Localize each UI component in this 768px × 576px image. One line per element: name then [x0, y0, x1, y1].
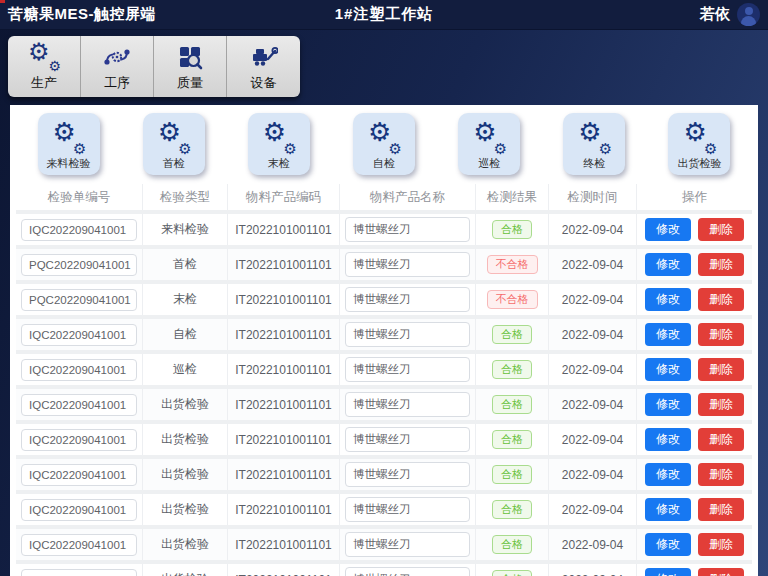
material-name-field[interactable]: 博世螺丝刀: [345, 392, 470, 417]
toolbar-button-quality[interactable]: 质量: [154, 36, 227, 97]
edit-button[interactable]: 修改: [645, 288, 691, 311]
material-name-field[interactable]: 博世螺丝刀: [345, 462, 470, 487]
material-code-cell: IT2022101001101: [228, 564, 340, 576]
edit-button[interactable]: 修改: [645, 358, 691, 381]
delete-button[interactable]: 删除: [698, 568, 744, 576]
actions-cell: 修改 删除: [637, 494, 752, 525]
inspection-type-cell: 出货检验: [143, 529, 228, 560]
actions-cell: 修改 删除: [637, 564, 752, 576]
inspection-type-cell: 出货检验: [143, 564, 228, 576]
delete-button[interactable]: 删除: [698, 253, 744, 276]
material-code-cell: IT2022101001101: [228, 389, 340, 420]
delete-button[interactable]: 删除: [698, 288, 744, 311]
material-name-field[interactable]: 博世螺丝刀: [345, 252, 470, 277]
material-name-field[interactable]: 博世螺丝刀: [345, 427, 470, 452]
order-no-field[interactable]: IQC202209041001: [21, 429, 137, 451]
delete-button[interactable]: 删除: [698, 358, 744, 381]
material-name-field[interactable]: 博世螺丝刀: [345, 287, 470, 312]
inspection-button-label: 首检: [163, 156, 185, 171]
toolbar-button-label: 工序: [104, 74, 130, 92]
inspection-button-final[interactable]: ⚙⚙ 终检: [563, 113, 625, 175]
column-header: 检测结果: [476, 184, 549, 210]
order-no-field[interactable]: IQC202209041001: [21, 569, 137, 576]
user-menu[interactable]: 若依: [700, 3, 760, 26]
toolbar-button-process[interactable]: 工序: [81, 36, 154, 97]
delete-button[interactable]: 删除: [698, 218, 744, 241]
username: 若依: [700, 5, 730, 24]
order-no-cell: IQC202209041001: [16, 494, 143, 525]
material-name-cell: 博世螺丝刀: [340, 424, 476, 455]
inspection-button-label: 巡检: [478, 156, 500, 171]
delete-button[interactable]: 删除: [698, 393, 744, 416]
material-name-cell: 博世螺丝刀: [340, 319, 476, 350]
inspection-button-label: 末检: [268, 156, 290, 171]
order-no-field[interactable]: IQC202209041001: [21, 324, 137, 346]
material-name-field[interactable]: 博世螺丝刀: [345, 322, 470, 347]
actions-cell: 修改 删除: [637, 424, 752, 455]
order-no-field[interactable]: IQC202209041001: [21, 464, 137, 486]
inspection-date-cell: 2022-09-04: [549, 459, 637, 490]
edit-button[interactable]: 修改: [645, 323, 691, 346]
toolbar-button-production[interactable]: ⚙⚙ 生产: [8, 36, 81, 97]
inspection-button-shipment[interactable]: ⚙⚙ 出货检验: [668, 113, 730, 175]
delete-button[interactable]: 删除: [698, 533, 744, 556]
edit-button[interactable]: 修改: [645, 428, 691, 451]
inspection-date-cell: 2022-09-04: [549, 564, 637, 576]
edit-button[interactable]: 修改: [645, 218, 691, 241]
actions-cell: 修改 删除: [637, 214, 752, 245]
material-name-field[interactable]: 博世螺丝刀: [345, 217, 470, 242]
material-name-cell: 博世螺丝刀: [340, 564, 476, 576]
gears-icon: ⚙⚙: [27, 42, 61, 72]
order-no-field[interactable]: PQC202209041001: [21, 289, 137, 311]
order-no-field[interactable]: IQC202209041001: [21, 499, 137, 521]
inspection-button-patrol[interactable]: ⚙⚙ 巡检: [458, 113, 520, 175]
edit-button[interactable]: 修改: [645, 568, 691, 576]
inspection-button-last[interactable]: ⚙⚙ 末检: [248, 113, 310, 175]
edit-button[interactable]: 修改: [645, 253, 691, 276]
delete-button[interactable]: 删除: [698, 428, 744, 451]
result-cell: 合格: [476, 214, 549, 245]
inspection-button-incoming[interactable]: ⚙⚙ 来料检验: [38, 113, 100, 175]
delete-button[interactable]: 删除: [698, 463, 744, 486]
delete-button[interactable]: 删除: [698, 323, 744, 346]
material-name-field[interactable]: 博世螺丝刀: [345, 357, 470, 382]
order-no-field[interactable]: IQC202209041001: [21, 359, 137, 381]
toolbar-button-equipment[interactable]: 设备: [227, 36, 300, 97]
gears-icon: ⚙⚙: [51, 120, 87, 156]
material-name-field[interactable]: 博世螺丝刀: [345, 497, 470, 522]
gears-icon: ⚙⚙: [576, 120, 612, 156]
material-name-cell: 博世螺丝刀: [340, 214, 476, 245]
inspection-date-cell: 2022-09-04: [549, 249, 637, 280]
inspection-type-cell: 出货检验: [143, 424, 228, 455]
material-name-cell: 博世螺丝刀: [340, 459, 476, 490]
order-no-field[interactable]: IQC202209041001: [21, 534, 137, 556]
column-header: 检验单编号: [16, 184, 143, 210]
actions-cell: 修改 删除: [637, 354, 752, 385]
avatar[interactable]: [737, 3, 760, 26]
avatar-head-icon: [745, 7, 753, 15]
inspection-type-cell: 首检: [143, 249, 228, 280]
material-name-field[interactable]: 博世螺丝刀: [345, 567, 470, 576]
material-name-cell: 博世螺丝刀: [340, 249, 476, 280]
app-title: 苦糖果MES-触控屏端: [8, 5, 156, 24]
order-no-field[interactable]: IQC202209041001: [21, 394, 137, 416]
table-row: PQC202209041001 首检 IT2022101001101 博世螺丝刀…: [16, 249, 752, 284]
material-name-field[interactable]: 博世螺丝刀: [345, 532, 470, 557]
edit-button[interactable]: 修改: [645, 533, 691, 556]
order-no-field[interactable]: PQC202209041001: [21, 254, 137, 276]
edit-button[interactable]: 修改: [645, 498, 691, 521]
order-no-field[interactable]: IQC202209041001: [21, 219, 137, 241]
result-cell: 合格: [476, 424, 549, 455]
inspection-button-first[interactable]: ⚙⚙ 首检: [143, 113, 205, 175]
gears-icon: ⚙⚙: [366, 120, 402, 156]
material-code-cell: IT2022101001101: [228, 424, 340, 455]
inspection-button-self[interactable]: ⚙⚙ 自检: [353, 113, 415, 175]
edit-button[interactable]: 修改: [645, 393, 691, 416]
edit-button[interactable]: 修改: [645, 463, 691, 486]
material-code-cell: IT2022101001101: [228, 249, 340, 280]
column-header: 物料产品编码: [228, 184, 340, 210]
top-navbar: 苦糖果MES-触控屏端 1#注塑工作站 若依: [0, 0, 768, 30]
inspection-buttons-row: ⚙⚙ 来料检验 ⚙⚙ 首检 ⚙⚙ 末检 ⚙⚙ 自检 ⚙⚙ 巡检 ⚙⚙ 终检 ⚙⚙…: [10, 105, 758, 175]
result-badge: 合格: [492, 465, 532, 484]
delete-button[interactable]: 删除: [698, 498, 744, 521]
